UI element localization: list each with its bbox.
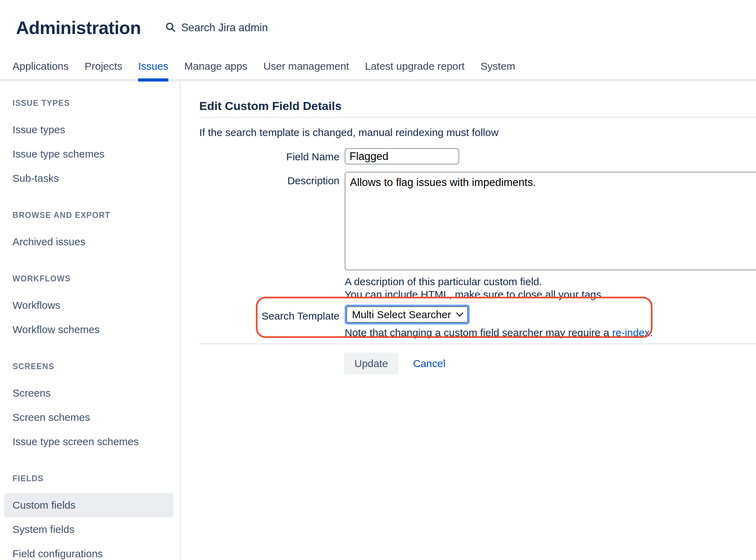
tab-latest-upgrade-report[interactable]: Latest upgrade report	[365, 60, 464, 81]
sidebar-item-sub-tasks[interactable]: Sub-tasks	[12, 166, 174, 190]
tab-user-management[interactable]: User management	[263, 60, 349, 81]
search-template-value: Multi Select Searcher	[352, 309, 451, 321]
chevron-down-icon	[456, 309, 463, 317]
sidebar-section-title: WORKFLOWS	[12, 274, 174, 283]
update-button[interactable]: Update	[344, 353, 398, 374]
description-textarea[interactable]: Allows to flag issues with impediments.	[345, 172, 756, 270]
description-label: Description	[199, 172, 345, 270]
form-divider	[199, 343, 756, 344]
search-template-label: Search Template	[199, 306, 345, 323]
sidebar-section-title: FIELDS	[12, 474, 174, 483]
page-body: ISSUE TYPES Issue types Issue type schem…	[0, 81, 756, 560]
tab-manage-apps[interactable]: Manage apps	[184, 60, 247, 81]
search-label: Search Jira admin	[181, 22, 268, 34]
field-name-label: Field Name	[199, 148, 345, 164]
tab-applications[interactable]: Applications	[12, 60, 69, 81]
sidebar-section-issue-types: ISSUE TYPES Issue types Issue type schem…	[12, 99, 174, 190]
sidebar-section-title: BROWSE AND EXPORT	[12, 211, 174, 220]
section-heading: Edit Custom Field Details	[199, 99, 756, 118]
description-row: Description Allows to flag issues with i…	[199, 172, 756, 270]
admin-search[interactable]: Search Jira admin	[165, 21, 268, 34]
tab-projects[interactable]: Projects	[85, 60, 122, 81]
sidebar-section-browse-export: BROWSE AND EXPORT Archived issues	[12, 211, 174, 254]
search-icon	[165, 21, 181, 34]
searcher-note-suffix: .	[650, 327, 653, 338]
top-navigation: Applications Projects Issues Manage apps…	[0, 40, 756, 81]
sidebar-item-custom-fields[interactable]: Custom fields	[4, 493, 174, 517]
sidebar-section-workflows: WORKFLOWS Workflows Workflow schemes	[12, 274, 174, 342]
sidebar-section-title: SCREENS	[12, 362, 174, 371]
sidebar-section-title: ISSUE TYPES	[12, 99, 174, 108]
description-help-line1: A description of this particular custom …	[345, 275, 756, 288]
search-template-select[interactable]: Multi Select Searcher	[346, 306, 468, 323]
description-help: A description of this particular custom …	[345, 275, 756, 301]
reindex-warning-text: If the search template is changed, manua…	[199, 127, 756, 138]
page-title: Administration	[16, 17, 141, 38]
sidebar: ISSUE TYPES Issue types Issue type schem…	[0, 81, 180, 560]
main-content: Edit Custom Field Details If the search …	[180, 81, 756, 560]
sidebar-section-screens: SCREENS Screens Screen schemes Issue typ…	[12, 362, 174, 454]
sidebar-item-archived-issues[interactable]: Archived issues	[12, 230, 174, 254]
sidebar-item-workflow-schemes[interactable]: Workflow schemes	[12, 317, 174, 342]
sidebar-item-issue-types[interactable]: Issue types	[12, 118, 174, 142]
searcher-note-text: Note that changing a custom field search…	[345, 327, 612, 338]
tab-issues[interactable]: Issues	[138, 60, 168, 81]
form-actions: Update Cancel	[344, 353, 756, 374]
reindex-link[interactable]: re-index	[612, 327, 649, 338]
tab-system[interactable]: System	[480, 60, 515, 81]
sidebar-section-fields: FIELDS Custom fields System fields Field…	[12, 474, 174, 560]
sidebar-item-issue-type-schemes[interactable]: Issue type schemes	[12, 142, 174, 166]
field-name-input[interactable]	[345, 148, 459, 164]
admin-header: Administration Search Jira admin	[0, 0, 756, 40]
sidebar-item-workflows[interactable]: Workflows	[12, 293, 174, 317]
sidebar-item-screen-schemes[interactable]: Screen schemes	[12, 405, 174, 430]
cancel-link[interactable]: Cancel	[413, 358, 445, 370]
sidebar-item-system-fields[interactable]: System fields	[12, 517, 174, 542]
searcher-note: Note that changing a custom field search…	[345, 327, 756, 339]
sidebar-item-screens[interactable]: Screens	[12, 381, 174, 405]
sidebar-item-field-configurations[interactable]: Field configurations	[12, 542, 174, 560]
search-template-row: Search Template Multi Select Searcher	[199, 306, 756, 323]
description-help-line2: You can include HTML, make sure to close…	[345, 288, 756, 301]
field-name-row: Field Name	[199, 148, 756, 164]
sidebar-item-issue-type-screen-schemes[interactable]: Issue type screen schemes	[12, 430, 174, 454]
